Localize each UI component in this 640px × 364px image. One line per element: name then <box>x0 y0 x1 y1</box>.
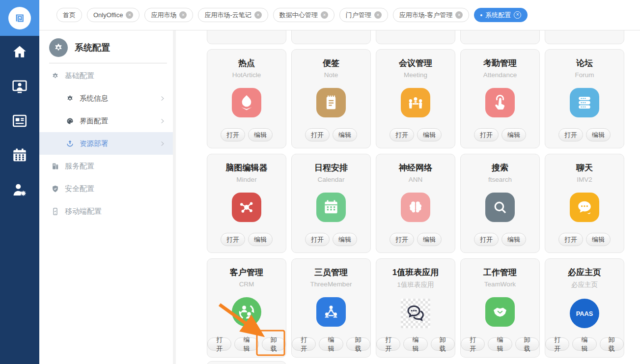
tab[interactable]: 首页 <box>56 8 82 22</box>
nav-scrollbar[interactable] <box>173 30 176 364</box>
tab-label: 数据中心管理 <box>279 11 318 20</box>
app-subtitle: Minder <box>207 176 286 183</box>
edit-button[interactable]: 编辑 <box>319 337 343 351</box>
edit-button[interactable]: 编辑 <box>234 337 258 351</box>
nav-item-label: 基础配置 <box>65 71 94 81</box>
partial-card <box>545 30 624 44</box>
app-actions: 打开编辑 <box>376 233 455 246</box>
flame-icon <box>232 88 261 117</box>
edit-button[interactable]: 编辑 <box>333 128 357 141</box>
app-subtitle: TeamWork <box>461 280 539 288</box>
app-title: 考勤管理 <box>461 57 539 69</box>
app-card: 考勤管理 Attendance 打开编辑 <box>460 49 540 148</box>
tab-label: 应用市场-客户管理 <box>399 11 452 20</box>
open-button[interactable]: 打开 <box>376 337 400 351</box>
uninstall-button[interactable]: 卸载 <box>600 337 624 351</box>
tab-close-icon[interactable] <box>321 11 328 19</box>
nav-item-0[interactable]: 基础配置 <box>39 64 176 87</box>
tab-close-icon[interactable] <box>455 11 463 19</box>
app-card: 日程安排 Calendar 打开编辑 <box>291 154 371 253</box>
rail-user-monitor-icon[interactable] <box>11 78 28 95</box>
open-button[interactable]: 打开 <box>558 233 583 246</box>
edit-button[interactable]: 编辑 <box>248 233 273 246</box>
open-button[interactable]: 打开 <box>305 128 330 141</box>
nav-header: 系统配置 <box>39 30 176 63</box>
tab-label: 应用市场 <box>151 11 176 20</box>
nav-item-5[interactable]: 安全配置 <box>39 177 176 200</box>
edit-button[interactable]: 编辑 <box>501 233 526 246</box>
edit-button[interactable]: 编辑 <box>501 128 526 141</box>
nav-item-6[interactable]: 移动端配置 <box>39 200 176 223</box>
open-button[interactable]: 打开 <box>390 233 414 246</box>
open-button[interactable]: 打开 <box>390 128 414 141</box>
tab[interactable]: 门户管理 <box>339 8 388 22</box>
edit-button[interactable]: 编辑 <box>333 233 357 246</box>
edit-button[interactable]: 编辑 <box>586 128 611 141</box>
tab-active[interactable]: 系统配置 <box>474 8 528 22</box>
open-button[interactable]: 打开 <box>474 128 499 141</box>
app-title: 聊天 <box>545 162 624 173</box>
nav-item-4[interactable]: 服务配置 <box>39 155 176 177</box>
app-subtitle: ThreeMember <box>292 280 370 288</box>
edit-button[interactable]: 编辑 <box>572 337 596 351</box>
uninstall-button[interactable]: 卸载 <box>262 337 286 351</box>
app-title: 工作管理 <box>461 267 539 278</box>
edit-button[interactable]: 编辑 <box>403 337 427 351</box>
gear-icon <box>51 72 59 80</box>
edit-button[interactable]: 编辑 <box>586 233 611 246</box>
tab-close-icon[interactable] <box>254 11 262 19</box>
rail-home-icon[interactable] <box>11 44 28 60</box>
app-subtitle: Meeting <box>376 71 455 79</box>
uninstall-button[interactable]: 卸载 <box>431 337 455 351</box>
nav-item-3[interactable]: 资源部署 <box>39 132 176 155</box>
crm-users-sync-icon <box>232 297 261 327</box>
nav-item-label: 界面配置 <box>80 116 108 126</box>
logo-icon <box>8 7 31 29</box>
rail-calendar-icon[interactable] <box>11 147 28 164</box>
app-card: 客户管理 CRM 打开编辑卸载 <box>207 258 286 358</box>
nav-item-2[interactable]: 界面配置 <box>39 110 176 132</box>
tab[interactable]: 应用市场-客户管理 <box>393 8 469 22</box>
open-button[interactable]: 打开 <box>292 337 316 351</box>
tab-close-icon[interactable] <box>179 11 187 19</box>
app-subtitle: ftsearch <box>461 176 539 183</box>
uninstall-button[interactable]: 卸载 <box>515 337 539 351</box>
app-card: 便签 Note 打开编辑 <box>291 49 371 148</box>
tab-close-icon[interactable] <box>374 11 382 19</box>
edit-button[interactable]: 编辑 <box>248 128 273 141</box>
calendar-icon <box>316 193 346 222</box>
divider <box>49 63 167 63</box>
app-actions: 打开编辑 <box>545 233 624 246</box>
app-title: 必应主页 <box>545 267 624 278</box>
app-title: 1值班表应用 <box>376 267 455 278</box>
tab-label: 应用市场-云笔记 <box>204 11 251 20</box>
tab-label: OnlyOffice <box>93 11 123 19</box>
edit-button[interactable]: 编辑 <box>417 128 442 141</box>
open-button[interactable]: 打开 <box>545 337 569 351</box>
rail-news-icon[interactable] <box>11 112 28 129</box>
tab-bar: 首页 OnlyOffice 应用市场 应用市场-云笔记 数据中心管理 门户管理 … <box>39 0 640 30</box>
rail-user-settings-icon[interactable] <box>11 181 28 198</box>
uninstall-button[interactable]: 卸载 <box>346 337 370 351</box>
open-button[interactable]: 打开 <box>461 337 485 351</box>
tab-label: 首页 <box>63 11 76 20</box>
tab-close-icon[interactable] <box>126 11 133 19</box>
open-button[interactable]: 打开 <box>221 128 245 141</box>
palette-icon <box>66 117 74 125</box>
open-button[interactable]: 打开 <box>474 233 499 246</box>
edit-button[interactable]: 编辑 <box>488 337 512 351</box>
nav-item-1[interactable]: 系统信息 <box>39 87 176 110</box>
tab-close-icon[interactable] <box>514 11 521 19</box>
open-button[interactable]: 打开 <box>207 337 231 351</box>
app-grid: 热点 HotArticle 打开编辑 便签 Note 打开编辑 会议管理 Mee… <box>207 49 626 358</box>
open-button[interactable]: 打开 <box>221 233 245 246</box>
tab[interactable]: 数据中心管理 <box>273 8 334 22</box>
tab[interactable]: 应用市场 <box>144 8 193 22</box>
open-button[interactable]: 打开 <box>558 128 583 141</box>
tab[interactable]: OnlyOffice <box>87 8 139 22</box>
open-button[interactable]: 打开 <box>305 233 330 246</box>
tab[interactable]: 应用市场-云笔记 <box>198 8 268 22</box>
edit-button[interactable]: 编辑 <box>417 233 442 246</box>
app-card: 热点 HotArticle 打开编辑 <box>207 49 286 148</box>
app-logo[interactable] <box>0 0 39 36</box>
